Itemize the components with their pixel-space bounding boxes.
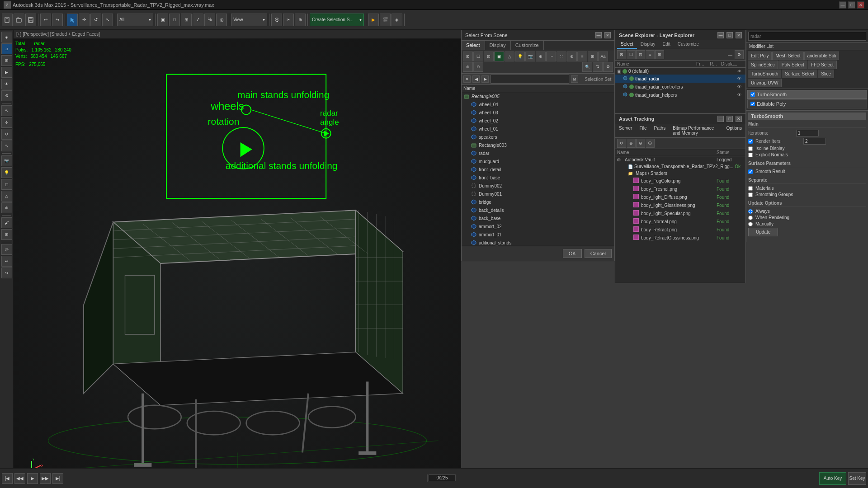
lt-undo-btn[interactable]: ↩ (1, 256, 12, 267)
ts-whenrendering-radio[interactable] (748, 216, 753, 220)
ts-explicit-check[interactable] (748, 153, 753, 157)
sfs-ok-btn[interactable]: OK (563, 249, 582, 258)
at-menu-file[interactable]: File (637, 125, 648, 136)
at-list-item[interactable]: 📁Maps / Shaders (621, 170, 745, 177)
viewport[interactable]: [+] [Perspective] [Shaded + Edged Faces]… (14, 30, 461, 488)
at-list-item[interactable]: ⛁Autodesk VaultLogged (615, 156, 745, 163)
sfs-list-item[interactable]: ammort_02 (462, 222, 614, 230)
sfs-list-item[interactable]: bridge (462, 198, 614, 206)
sfs-expand[interactable]: ⊕ (463, 62, 473, 72)
material-editor-btn[interactable]: ◈ (392, 14, 402, 26)
sfs-list-item[interactable]: mudguard (462, 157, 614, 165)
minimize-btn[interactable]: — (839, 1, 846, 9)
se-close-btn[interactable]: ✕ (736, 32, 742, 38)
spinner-snap-btn[interactable]: ◎ (216, 14, 227, 26)
sfs-list-item[interactable]: Rectangle003 (462, 141, 614, 149)
save-btn[interactable] (25, 14, 36, 26)
utilities-btn[interactable]: ⚙ (1, 90, 12, 101)
se-list-item[interactable]: ▣0 (default)👁 (615, 68, 745, 75)
move-btn[interactable]: ✛ (79, 14, 90, 26)
sfs-list-item[interactable]: front_detail (462, 165, 614, 174)
undo-btn[interactable]: ↩ (40, 14, 51, 26)
mod-btn-ffd-select[interactable]: FFD Select (808, 61, 837, 69)
ts-manually-radio[interactable] (748, 222, 753, 226)
sfs-list-item[interactable]: speakers (462, 133, 614, 141)
sfs-cancel-btn[interactable]: Cancel (585, 249, 612, 258)
scale-btn[interactable]: ⤡ (102, 14, 113, 26)
select-region-btn[interactable]: ▣ (157, 14, 168, 26)
ts-smooth-check[interactable] (748, 169, 753, 174)
se-filter[interactable]: ⊡ (636, 50, 645, 59)
sfs-list-item[interactable]: wheel_02 (462, 117, 614, 125)
hierarchy-btn[interactable]: ⊞ (1, 55, 12, 66)
lt-paint-btn[interactable]: 🖌 (1, 217, 12, 228)
display-btn[interactable]: 👁 (1, 79, 12, 89)
sfs-case[interactable]: Aa (598, 52, 608, 61)
se-list-item[interactable]: thaad_radar_controllers👁 (615, 83, 745, 91)
se-options[interactable]: ⚙ (735, 50, 744, 59)
mod-search-input[interactable] (748, 32, 866, 41)
sfs-next[interactable]: ▶ (481, 75, 489, 83)
at-list-item[interactable]: body_Normal.pngFound (621, 217, 745, 225)
se-list-item[interactable]: thaad_radar_helpers👁 (615, 91, 745, 99)
unlink-btn[interactable]: ✂ (283, 14, 294, 26)
link-btn[interactable]: ⛓ (271, 14, 282, 26)
at-close-btn[interactable]: ✕ (736, 116, 742, 122)
timeline-ruler[interactable]: 0102030405060708090100110 (427, 474, 428, 482)
se-select-none[interactable]: ☐ (627, 50, 636, 59)
editablepoly-toggle[interactable] (750, 102, 755, 106)
lt-geo-btn[interactable]: ◻ (1, 179, 12, 190)
se-maxrestore-btn[interactable]: □ (726, 32, 733, 38)
sfs-filter-cam[interactable]: 📷 (525, 52, 535, 61)
ts-always-radio[interactable] (748, 209, 753, 214)
sfs-filter-light[interactable]: 💡 (515, 52, 525, 61)
sfs-filter-helper[interactable]: ⊕ (536, 52, 546, 61)
snap-btn[interactable]: ⊞ (181, 14, 192, 26)
play-back-btn[interactable]: |◀ (2, 473, 13, 484)
sfs-list-item[interactable]: wheel_01 (462, 125, 614, 133)
se-icon-view[interactable]: ⊞ (655, 50, 664, 59)
lt-helper-btn[interactable]: ⊕ (1, 202, 12, 213)
ts-renderiter-check[interactable] (748, 139, 753, 144)
se-list-item[interactable]: thaad_radar👁 (615, 75, 745, 83)
ts-iterations-input[interactable] (796, 130, 819, 136)
sfs-select-none[interactable]: ☐ (473, 52, 483, 61)
sfs-filter-particle[interactable]: ∷ (557, 52, 566, 61)
sfs-filter-shape[interactable]: △ (505, 52, 514, 61)
se-select-all[interactable]: ⊠ (617, 50, 626, 59)
render-setup-dropdown[interactable]: View ▾ (231, 14, 267, 26)
at-list-item[interactable]: 📄Surveillance_Transportable_Radar_TPV2_R… (621, 163, 745, 170)
sfs-list-item[interactable]: radar (462, 149, 614, 157)
viewport-content[interactable]: Total radar Polys: 1 105 162 280 240 Ver… (14, 39, 461, 488)
sfs-list-item[interactable]: Dummy001 (462, 190, 614, 198)
open-btn[interactable] (14, 14, 24, 26)
auto-key-btn[interactable]: Auto Key (819, 472, 846, 485)
at-list-item[interactable]: body_Refract.pngFound (621, 225, 745, 234)
mod-btn-slice[interactable]: Slice (818, 70, 834, 78)
mod-btn-turbosmooth[interactable]: TurboSmooth (748, 70, 781, 78)
sfs-prev[interactable]: ◀ (472, 75, 480, 83)
render-setup-btn[interactable]: 🎬 (380, 14, 391, 26)
at-list-item[interactable]: body_Fresnel.pngFound (621, 185, 745, 193)
se-tab-display[interactable]: Display (637, 40, 659, 49)
at-menu-options[interactable]: Options (725, 125, 744, 136)
mod-btn-anderable-spli[interactable]: anderable Spli (804, 52, 840, 60)
se-tab-customize[interactable]: Customize (674, 40, 703, 49)
motion-btn[interactable]: ▶ (1, 67, 12, 78)
redo-btn[interactable]: ↪ (52, 14, 63, 26)
lt-redo-btn[interactable]: ↪ (1, 267, 12, 278)
lt-rotate-btn[interactable]: ↺ (1, 129, 12, 140)
sfs-search-icon[interactable]: 🔍 (582, 62, 592, 72)
modify-btn[interactable]: ⊿ (1, 43, 12, 54)
ts-smoothgroups-check[interactable] (748, 192, 753, 197)
at-menu-paths[interactable]: Paths (652, 125, 668, 136)
sfs-view-icon[interactable]: ⊞ (588, 52, 598, 61)
timeline-playhead[interactable] (427, 475, 428, 481)
create-btn[interactable]: ◈ (1, 32, 12, 42)
sfs-list-item[interactable]: Dummy002 (462, 182, 614, 190)
set-key-btn[interactable]: Set Key (848, 472, 866, 485)
play-btn[interactable]: ▶ (27, 473, 38, 484)
sfs-close-search[interactable]: ✕ (463, 75, 471, 83)
at-list-item[interactable]: body_light_Glossiness.pngFound (621, 201, 745, 209)
ts-renderiter-input[interactable] (803, 138, 826, 145)
